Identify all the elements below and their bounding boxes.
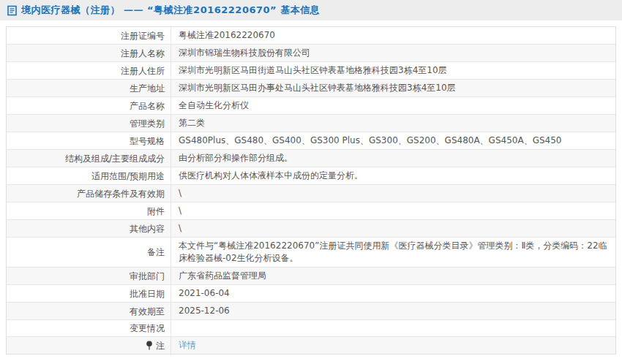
- row-label: 有效期至: [7, 303, 171, 319]
- row-value-text: 2021-06-04: [179, 287, 230, 300]
- row-value-text: 由分析部分和操作部分组成。: [179, 152, 293, 164]
- table-row: 注册证编号粤械注准20162220670: [7, 27, 615, 44]
- row-label-text: 注册人住所: [121, 65, 165, 77]
- row-label: 型号规格: [7, 132, 171, 149]
- table-row: 生产地址深圳市光明新区马田办事处马山头社区钟表基地格雅科技园3栋4至10层: [7, 79, 615, 96]
- table-row: 注册人名称深圳市锦瑞生物科技股份有限公司: [7, 44, 615, 61]
- row-value: \: [171, 220, 615, 237]
- row-value: 供医疗机构对人体体液样本中成份的定量分析。: [171, 167, 615, 184]
- document-icon: [7, 5, 17, 16]
- row-value-text: 第二类: [179, 117, 205, 129]
- row-label-text: 变更情况: [130, 322, 165, 334]
- row-label-text: 批准日期: [130, 288, 165, 300]
- row-label-text: 有效期至: [130, 306, 165, 317]
- table-row: 注详情: [7, 336, 615, 354]
- table-row: 型号规格GS480Plus、GS480、GS400、GS300 Plus、GS3…: [7, 132, 615, 149]
- row-label-text: 其他内容: [130, 223, 165, 235]
- row-label-text: 注册证编号: [121, 30, 165, 42]
- row-label: 审批部门: [7, 268, 171, 284]
- table-row: 产品储存条件及有效期\: [7, 184, 615, 202]
- row-label-text: 型号规格: [130, 135, 165, 147]
- row-value-text: 广东省药品监督管理局: [179, 270, 266, 282]
- row-value: 深圳市光明新区马田街道马山头社区钟表基地格雅科技园3栋4至10层: [171, 62, 615, 79]
- row-label-text: 生产地址: [130, 83, 165, 94]
- row-label: 生产地址: [7, 80, 171, 96]
- table-row: 适用范围/预期用途供医疗机构对人体体液样本中成份的定量分析。: [7, 167, 615, 184]
- row-label: 备注: [7, 238, 171, 267]
- row-value: [171, 320, 615, 336]
- table-row: 批准日期2021-06-04: [7, 284, 615, 302]
- row-label: 注册证编号: [7, 27, 171, 44]
- row-value-text: 供医疗机构对人体体液样本中成份的定量分析。: [179, 170, 363, 182]
- detail-link[interactable]: 详情: [179, 339, 196, 352]
- row-value-text: 深圳市光明新区马田办事处马山头社区钟表基地格雅科技园3栋4至10层: [179, 82, 456, 94]
- row-value: 2025-12-06: [171, 303, 615, 319]
- row-value: \: [171, 185, 615, 202]
- row-label-text: 注: [156, 340, 165, 352]
- table-row: 附件\: [7, 202, 615, 219]
- row-label: 变更情况: [7, 320, 171, 336]
- row-label: 管理类别: [7, 115, 171, 132]
- table-row: 备注本文件与“粤械注准20162220670”注册证共同使用新《医疗器械分类目录…: [7, 237, 615, 267]
- row-label: 适用范围/预期用途: [7, 167, 171, 184]
- row-value: 2021-06-04: [171, 285, 615, 302]
- row-label-text: 审批部门: [130, 270, 165, 282]
- title-bar: 境内医疗器械（注册） —— “粤械注准20162220670” 基本信息: [0, 0, 622, 20]
- row-value: 深圳市锦瑞生物科技股份有限公司: [171, 45, 615, 61]
- table-row: 管理类别第二类: [7, 114, 615, 132]
- row-label-text: 附件: [147, 205, 165, 217]
- row-label-text: 备注: [147, 246, 165, 258]
- table-row: 变更情况: [7, 319, 615, 336]
- row-label: 附件: [7, 202, 171, 219]
- row-label-text: 结构及组成/主要组成成分: [65, 153, 165, 164]
- registration-table: 注册证编号粤械注准20162220670注册人名称深圳市锦瑞生物科技股份有限公司…: [6, 26, 616, 354]
- row-label-text: 产品名称: [130, 100, 165, 112]
- row-label-text: 适用范围/预期用途: [91, 170, 165, 182]
- table-row: 注册人住所深圳市光明新区马田街道马山头社区钟表基地格雅科技园3栋4至10层: [7, 61, 615, 79]
- row-value-text: 本文件与“粤械注准20162220670”注册证共同使用新《医疗器械分类目录》管…: [179, 240, 608, 265]
- row-value: 第二类: [171, 115, 615, 132]
- row-label: 产品名称: [7, 97, 171, 114]
- row-value: 详情: [171, 337, 615, 354]
- row-label-text: 管理类别: [130, 118, 165, 129]
- row-label: 注册人住所: [7, 62, 171, 79]
- row-label-text: 注册人名称: [121, 48, 165, 59]
- row-value-text: GS480Plus、GS480、GS400、GS300 Plus、GS300、G…: [179, 134, 561, 147]
- row-label: 产品储存条件及有效期: [7, 185, 171, 202]
- table-row: 有效期至2025-12-06: [7, 302, 615, 319]
- row-value-text: \: [179, 222, 181, 235]
- row-value: 本文件与“粤械注准20162220670”注册证共同使用新《医疗器械分类目录》管…: [171, 238, 615, 267]
- table-row: 审批部门广东省药品监督管理局: [7, 267, 615, 284]
- row-value: 广东省药品监督管理局: [171, 268, 615, 284]
- row-value: 由分析部分和操作部分组成。: [171, 150, 615, 167]
- row-value: 粤械注准20162220670: [171, 27, 615, 44]
- row-label: 注: [7, 337, 171, 354]
- page-title: 境内医疗器械（注册） —— “粤械注准20162220670” 基本信息: [21, 4, 320, 17]
- row-value-text: 深圳市锦瑞生物科技股份有限公司: [179, 47, 310, 59]
- row-value: 全自动生化分析仪: [171, 97, 615, 114]
- row-value-text: \: [179, 187, 181, 200]
- pin-icon: [146, 341, 153, 350]
- table-row: 其他内容\: [7, 219, 615, 237]
- row-value-text: 粤械注准20162220670: [179, 29, 275, 42]
- table-row: 结构及组成/主要组成成分由分析部分和操作部分组成。: [7, 149, 615, 167]
- row-label: 结构及组成/主要组成成分: [7, 150, 171, 167]
- row-label: 其他内容: [7, 220, 171, 237]
- table-row: 产品名称全自动生化分析仪: [7, 96, 615, 114]
- row-label: 注册人名称: [7, 45, 171, 61]
- row-value: \: [171, 202, 615, 219]
- row-value-text: 深圳市光明新区马田街道马山头社区钟表基地格雅科技园3栋4至10层: [179, 64, 447, 77]
- row-value-text: 全自动生化分析仪: [179, 99, 249, 112]
- row-value: 深圳市光明新区马田办事处马山头社区钟表基地格雅科技园3栋4至10层: [171, 80, 615, 96]
- row-label-text: 产品储存条件及有效期: [77, 188, 165, 200]
- row-value-text: \: [179, 205, 181, 217]
- row-label: 批准日期: [7, 285, 171, 302]
- row-value-text: 2025-12-06: [179, 305, 230, 317]
- row-value: GS480Plus、GS480、GS400、GS300 Plus、GS300、G…: [171, 132, 615, 149]
